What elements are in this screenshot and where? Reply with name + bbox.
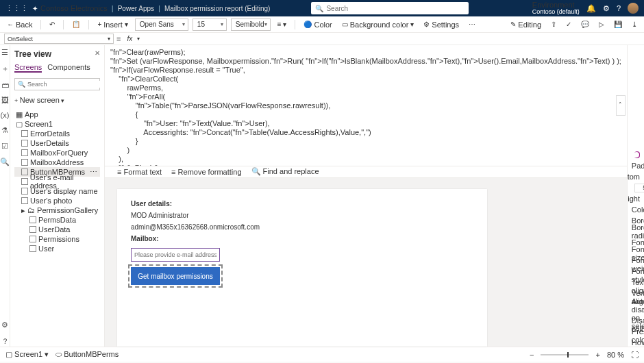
tree-search-input[interactable] [27,81,104,88]
prop-radius: Border radius [632,223,644,240]
tree-item[interactable]: MailboxForQuery [14,148,100,158]
rail-media-icon[interactable]: 🖼 [1,96,9,104]
format-text-button[interactable]: ≡ Format text [117,168,162,176]
zoom-slider[interactable] [541,354,589,355]
rail-search-icon[interactable]: 🔍 [0,158,10,166]
rail-data-icon[interactable]: 🗃 [1,81,9,89]
fx-icon[interactable]: fx [123,35,136,42]
separator: | [158,4,160,12]
rail-variables-icon[interactable]: (x) [1,111,10,119]
user-email: admin@M365x16362668.onmicrosoft.com [131,223,473,231]
tree-item[interactable]: UserDetails [14,138,100,148]
rail-advanced-icon[interactable]: ⚗ [1,126,8,135]
back-button[interactable]: ← Back [4,18,35,32]
get-permissions-button[interactable]: Get mailbox permissions [131,267,220,285]
rail-settings-icon[interactable]: ⚙ [1,321,8,329]
new-screen-button[interactable]: + New screen ▾ [14,96,100,104]
play-button[interactable]: ▷ [596,18,607,32]
tree-item[interactable]: Permissions [14,234,100,244]
tree-item[interactable]: MailboxAddress [14,158,100,167]
check-button[interactable]: ✓ [563,18,574,32]
property-selector[interactable]: OnSelect [4,34,114,44]
bell-icon[interactable]: 🔔 [586,4,596,13]
zoom-in[interactable]: + [595,351,599,359]
tree-item[interactable]: PermsData [14,215,100,225]
settings-button[interactable]: ⚙ Settings [421,18,462,32]
tab-components[interactable]: Components [47,63,90,73]
pad-left[interactable] [634,184,644,192]
tree-gallery[interactable]: ▸ 🗂 PermissionGallery [14,205,100,215]
tree-item[interactable]: ErrorDetails [14,129,100,138]
close-icon[interactable]: ✕ [95,49,100,57]
brand: ✦ Contoso Electronics [32,4,108,12]
help-icon[interactable]: ? [617,4,621,12]
tree-item[interactable]: User's e-mail address [14,177,100,186]
find-replace-button[interactable]: 🔍 Find and replace [251,167,319,176]
avatar[interactable] [628,3,639,14]
app-title: Mailbox permission report (Editing) [164,5,271,12]
more-button[interactable]: ⋯ [466,18,478,32]
prop-padding: Padding [632,162,644,170]
tab-screens[interactable]: Screens [14,63,42,73]
search-input[interactable] [326,5,465,12]
global-search[interactable]: 🔍 [311,2,469,14]
color-button[interactable]: 🔵 Color [301,18,334,32]
user-details-label: User details: [131,200,473,208]
tree-title: Tree view [14,49,100,59]
zoom-out[interactable]: − [530,351,534,359]
status-selection[interactable]: ⬭ ButtonMBPerms [55,350,119,359]
search-icon: 🔍 [315,5,323,12]
tree-item[interactable]: User's display name [14,186,100,196]
tree-item[interactable]: User's photo [14,196,100,205]
tree-screen[interactable]: ▢ Screen1 [14,119,100,129]
paste-button[interactable]: 📋 [69,18,83,32]
tree-app[interactable]: ▦ App [14,110,100,119]
mailbox-input[interactable] [131,248,220,262]
user-name: MOD Administrator [131,212,473,219]
rail-tests-icon[interactable]: ☑ [1,142,8,151]
rail-tree-icon[interactable]: ☰ [1,48,8,57]
insert-button[interactable]: + Insert ▾ [95,18,130,32]
listalign-button[interactable]: ≡ ▾ [275,18,290,32]
tree-search[interactable]: 🔍 [14,78,100,90]
fontsize-dropdown[interactable]: 15 [193,18,227,31]
undo-button[interactable]: ↶ [47,18,58,32]
rail-insert-icon[interactable]: ＋ [1,64,9,74]
properties-pane: Padding TopBottom LeftRight ColorA Borde… [627,45,644,347]
waffle-icon[interactable]: ⋮⋮⋮ [5,4,28,13]
equals: = [114,35,123,43]
separator: | [112,4,114,12]
editing-button[interactable]: ✎ Editing [508,18,544,32]
collapse-code-icon[interactable]: ˄ [616,95,626,116]
formula-editor[interactable]: "fn">Clear(rawPerms);"fn">Set (varFlowRe… [105,45,627,166]
fit-icon[interactable]: ⛶ [631,351,639,359]
zoom-value: 80 % [607,351,624,359]
app-canvas[interactable]: User details: MOD Administrator admin@M3… [117,189,487,347]
status-screen[interactable]: ▢ Screen1 ▾ [5,350,49,359]
publish-button[interactable]: ⤓ [629,18,640,32]
remove-format-button[interactable]: ≡ Remove formatting [171,168,241,176]
tree-item[interactable]: UserData [14,225,100,234]
fontweight-dropdown[interactable]: Semibold [231,18,271,31]
gear-icon[interactable]: ⚙ [603,4,610,13]
search-icon: 🔍 [18,81,25,88]
prop-color: Color [632,205,644,214]
share-button[interactable]: ⇪ [548,18,559,32]
prop-hovercolor: Hover color [632,338,644,347]
mailbox-label: Mailbox: [131,235,473,242]
bgcolor-button[interactable]: ▭ Background color ▾ [339,18,417,32]
environment-picker[interactable]: Environment Contoso (default) [532,1,580,15]
rail-ask-icon[interactable]: ？ [1,336,9,347]
font-dropdown[interactable]: Open Sans [135,18,188,31]
formula-collapse-icon[interactable]: ▾ [137,36,140,42]
toggle-row[interactable] [632,149,640,160]
tree-item[interactable]: User [14,244,100,253]
save-button[interactable]: 💾 [611,18,625,32]
app-name[interactable]: Power Apps [118,5,154,12]
comment-button[interactable]: 💬 [578,18,592,32]
